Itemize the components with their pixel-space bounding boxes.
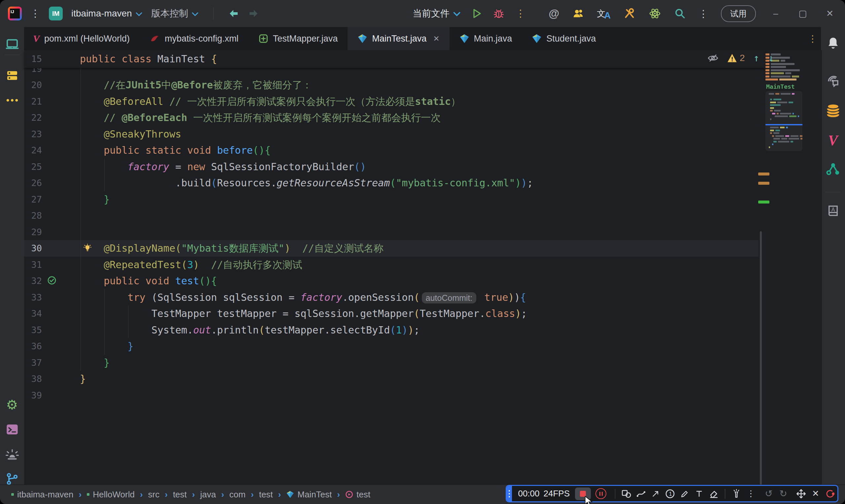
- users-icon[interactable]: [572, 8, 584, 19]
- vcs-widget[interactable]: 版本控制: [151, 7, 199, 20]
- editor-tab[interactable]: Main.java: [450, 27, 522, 50]
- code-line[interactable]: 27 }: [24, 191, 758, 208]
- mention-icon[interactable]: @: [549, 7, 559, 20]
- code-minimap[interactable]: MainTest: [765, 51, 803, 150]
- notifications-bell-icon[interactable]: [826, 36, 840, 50]
- project-badge[interactable]: IM: [49, 6, 63, 20]
- highlighting-eye-off-icon[interactable]: [707, 53, 719, 63]
- breadcrumb-item[interactable]: com: [229, 489, 246, 500]
- restart-icon[interactable]: [823, 488, 838, 499]
- line-number[interactable]: 37: [24, 355, 42, 371]
- code-line[interactable]: 28: [24, 208, 758, 224]
- warning-stripe-mark[interactable]: [758, 173, 770, 176]
- line-number[interactable]: 29: [24, 224, 42, 240]
- line-number[interactable]: 38: [24, 371, 42, 387]
- editor-tab[interactable]: mybatis-config.xml: [140, 27, 249, 50]
- line-number[interactable]: 28: [24, 208, 42, 224]
- line-number[interactable]: 20: [24, 77, 42, 93]
- code-line[interactable]: 29: [24, 224, 758, 240]
- minimap-viewport[interactable]: [765, 124, 803, 125]
- sticky-header-line[interactable]: 15public class MainTest {: [24, 50, 765, 68]
- tools-icon[interactable]: [623, 8, 636, 19]
- line-number[interactable]: 21: [24, 93, 42, 110]
- counter-icon[interactable]: 1: [663, 488, 677, 499]
- forward-arrow-icon[interactable]: [248, 8, 259, 18]
- project-selector[interactable]: itbaima-maven: [71, 8, 143, 19]
- main-menu-kebab-icon[interactable]: ⋮: [30, 8, 40, 18]
- pencil-icon[interactable]: [677, 489, 692, 499]
- breadcrumb-item[interactable]: test: [173, 489, 187, 500]
- code-line[interactable]: 35 System.out.println(testMapper.selectB…: [24, 322, 758, 338]
- structure-folders-icon[interactable]: [5, 69, 19, 82]
- move-icon[interactable]: [794, 488, 808, 499]
- code-line[interactable]: 21 @BeforeAll // 一次性开启所有测试案例只会执行一次（方法必须是…: [24, 93, 758, 110]
- next-warning-arrow-icon[interactable]: ↓: [768, 52, 774, 64]
- recorder-kebab-icon[interactable]: ⋮: [744, 488, 758, 499]
- editor-tab[interactable]: Vpom.xml (HelloWorld): [23, 27, 140, 50]
- maven-v-icon[interactable]: V: [828, 132, 838, 149]
- terminal-icon[interactable]: [5, 423, 19, 436]
- line-number[interactable]: 27: [24, 191, 42, 208]
- line-number[interactable]: 23: [24, 126, 42, 143]
- kebab-icon[interactable]: ⋮: [699, 8, 708, 19]
- text-icon[interactable]: [692, 489, 706, 499]
- code-line[interactable]: 39: [24, 387, 758, 404]
- close-icon[interactable]: ✕: [433, 34, 439, 43]
- line-number[interactable]: 34: [24, 305, 42, 322]
- atom-plugin-icon[interactable]: [648, 7, 662, 19]
- warnings-indicator[interactable]: 2: [727, 53, 745, 63]
- change-stripe-mark[interactable]: [758, 200, 770, 203]
- maximize-button[interactable]: ▢: [795, 8, 810, 19]
- code-editor[interactable]: 1920 //在JUnit5中@Before被废弃，它被细分了：21 @Befo…: [24, 50, 822, 485]
- dependencies-molecule-icon[interactable]: [826, 162, 840, 176]
- eraser-icon[interactable]: [706, 488, 721, 499]
- previous-warning-arrow-icon[interactable]: ↑: [754, 52, 759, 64]
- code-line[interactable]: 33 try (SqlSession sqlSession = factory.…: [24, 289, 758, 306]
- line-number[interactable]: 39: [24, 387, 42, 404]
- close-icon[interactable]: ✕: [808, 488, 823, 499]
- undo-icon[interactable]: ↺: [761, 488, 776, 499]
- code-line[interactable]: 37 }: [24, 355, 758, 371]
- line-number[interactable]: 30: [24, 240, 42, 257]
- code-line[interactable]: 30 @DisplayName("Mybatis数据库测试") //自定义测试名…: [24, 240, 758, 257]
- more-icon[interactable]: [5, 94, 19, 107]
- minimize-button[interactable]: –: [769, 8, 783, 19]
- run-button[interactable]: [472, 8, 482, 19]
- breadcrumb-item[interactable]: itbaima-maven: [11, 489, 74, 500]
- editor-tab[interactable]: TestMapper.java: [249, 27, 348, 50]
- ai-chat-radar-icon[interactable]: [826, 73, 840, 87]
- line-number[interactable]: 25: [24, 159, 42, 175]
- breadcrumb-item[interactable]: test: [345, 489, 370, 500]
- pause-recording-button[interactable]: [596, 488, 606, 499]
- breadcrumb-item[interactable]: MainTest: [286, 489, 332, 500]
- close-window-button[interactable]: ✕: [823, 8, 837, 19]
- code-line[interactable]: 25 factory = new SqlSessionFactoryBuilde…: [24, 159, 758, 175]
- back-arrow-icon[interactable]: [228, 8, 239, 18]
- line-number[interactable]: 32: [24, 273, 42, 289]
- line-number[interactable]: 15: [24, 50, 42, 68]
- run-configuration-selector[interactable]: 当前文件: [412, 7, 461, 20]
- code-line[interactable]: 23 @SneakyThrows: [24, 126, 758, 143]
- tab-options-kebab-icon[interactable]: ⋮: [808, 27, 817, 50]
- test-passed-icon[interactable]: [47, 276, 56, 286]
- breadcrumb-item[interactable]: src: [148, 489, 160, 500]
- line-number[interactable]: 35: [24, 322, 42, 338]
- breadcrumb-item[interactable]: HelloWorld: [87, 489, 135, 500]
- project-monitor-icon[interactable]: [5, 38, 19, 51]
- settings-gear-icon[interactable]: ⚙: [6, 398, 18, 411]
- code-line[interactable]: 24 public static void before(){: [24, 142, 758, 159]
- code-line[interactable]: 31 @RepeatedTest(3) //自动执行多次测试: [24, 257, 758, 273]
- breadcrumb-item[interactable]: test: [259, 489, 273, 500]
- code-line[interactable]: 36 }: [24, 338, 758, 355]
- editor-scrollbar[interactable]: [760, 231, 762, 485]
- curve-icon[interactable]: [634, 488, 648, 499]
- breadcrumb-item[interactable]: java: [200, 489, 216, 500]
- trial-badge[interactable]: 试用: [721, 5, 756, 22]
- recorder-drag-handle[interactable]: [507, 486, 512, 501]
- line-number[interactable]: 36: [24, 338, 42, 355]
- editor-tab[interactable]: Student.java: [522, 27, 606, 50]
- search-icon[interactable]: [674, 8, 686, 19]
- code-line[interactable]: 26 .build(Resources.getResourceAsStream(…: [24, 175, 758, 191]
- code-line[interactable]: 38}: [24, 371, 758, 387]
- git-branch-icon[interactable]: [5, 472, 19, 486]
